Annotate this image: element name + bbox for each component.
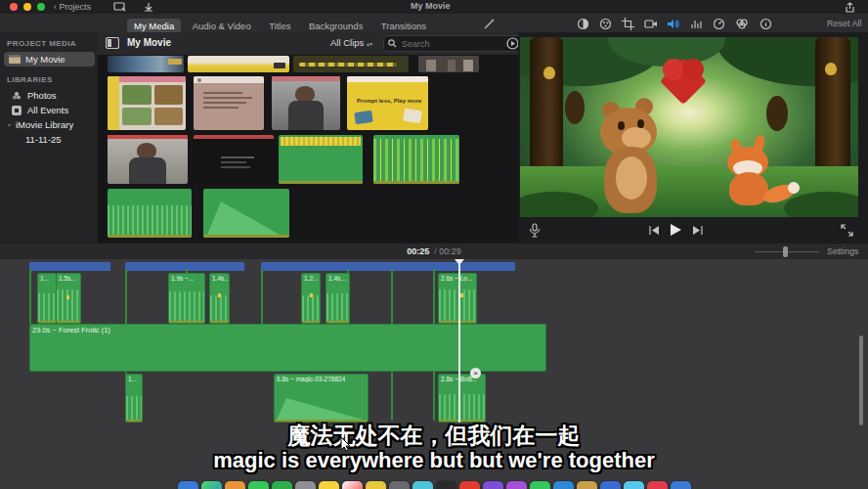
audio-clip[interactable]: 1.4s... — [326, 273, 350, 324]
timeline-scrollbar[interactable] — [859, 335, 863, 425]
clip-badge-icon[interactable]: × — [470, 368, 481, 378]
zoom-slider-knob[interactable] — [783, 246, 788, 257]
disclosure-triangle-icon[interactable]: ⌄ — [6, 119, 13, 128]
minimize-window-button[interactable] — [23, 3, 31, 11]
dock-app-icon[interactable] — [272, 481, 292, 489]
playhead[interactable] — [458, 259, 460, 422]
tree-face-right — [766, 96, 788, 131]
back-to-projects-button[interactable]: ‹ Projects — [54, 2, 91, 12]
dock-app-icon[interactable] — [483, 481, 503, 489]
dock-app-icon[interactable] — [459, 481, 480, 489]
clip-filter-dropdown[interactable]: All Clips ▴▾ — [330, 37, 372, 48]
media-thumbnail[interactable] — [108, 189, 192, 238]
audio-clip[interactable]: 1.9s ~... — [168, 273, 205, 324]
media-thumbnail[interactable] — [194, 135, 274, 184]
play-button[interactable] — [669, 223, 682, 237]
crop-icon[interactable] — [622, 18, 634, 30]
tab-titles[interactable]: Titles — [262, 19, 297, 33]
fox-body — [729, 172, 768, 205]
media-thumbnail[interactable]: Prompt less, Play more — [347, 76, 428, 130]
tree-face-left — [565, 91, 585, 124]
media-thumbnail[interactable] — [188, 56, 289, 72]
dock-app-icon[interactable] — [389, 481, 410, 489]
sidebar-item-photos[interactable]: Photos — [4, 89, 95, 103]
audio-clip[interactable]: 1.5s... — [56, 273, 81, 324]
noise-reduction-icon[interactable] — [690, 18, 703, 30]
audio-clip[interactable]: 2.8s ~ BoB... — [438, 374, 486, 422]
title-bar-clip[interactable] — [261, 262, 515, 271]
dock-app-icon[interactable] — [178, 481, 198, 489]
dock-app-icon[interactable] — [366, 481, 386, 489]
audio-clip[interactable]: 1.2... — [301, 273, 321, 324]
audio-clip[interactable]: 1.4s... — [209, 273, 230, 324]
close-window-button[interactable] — [10, 3, 18, 11]
zoom-window-button[interactable] — [37, 3, 45, 11]
audio-clip[interactable]: 1... — [125, 374, 143, 422]
volume-icon[interactable] — [667, 18, 680, 30]
dock-app-icon[interactable] — [201, 481, 222, 489]
audio-clip[interactable]: 6.8s ~ magic-03-278824 — [274, 374, 369, 422]
timeline-settings-button[interactable]: Settings — [827, 246, 859, 256]
fullscreen-icon[interactable] — [841, 224, 853, 237]
dock-app-icon[interactable] — [295, 481, 316, 489]
dock-app-icon[interactable] — [506, 481, 527, 489]
dock-app-icon[interactable] — [342, 481, 363, 489]
dock-app-icon[interactable] — [436, 481, 456, 489]
color-correction-icon[interactable] — [599, 18, 612, 30]
voiceover-mic-icon[interactable] — [528, 223, 542, 238]
import-media-icon[interactable] — [144, 2, 153, 12]
enhance-wand-icon[interactable] — [483, 18, 496, 30]
dock-app-icon[interactable] — [248, 481, 269, 489]
clip-filter-icon[interactable] — [735, 18, 749, 30]
skip-back-icon[interactable] — [648, 225, 660, 236]
dock-app-icon[interactable] — [553, 481, 574, 489]
dock-app-icon[interactable] — [412, 481, 433, 489]
skip-forward-icon[interactable] — [692, 225, 704, 236]
media-thumbnail[interactable] — [272, 76, 340, 130]
dock-app-icon[interactable] — [319, 481, 339, 489]
sidebar-item-label: iMovie Library — [16, 119, 73, 130]
share-icon[interactable] — [845, 2, 855, 13]
sidebar-toggle-icon[interactable] — [106, 37, 119, 49]
dock-app-icon[interactable] — [225, 481, 245, 489]
dock-app-icon[interactable] — [600, 481, 621, 489]
media-thumbnail[interactable] — [194, 76, 264, 130]
dock-app-icon[interactable] — [624, 481, 644, 489]
tab-audio-video[interactable]: Audio & Video — [186, 19, 258, 33]
dock-app-icon[interactable] — [671, 481, 691, 489]
dock-app-icon[interactable] — [647, 481, 668, 489]
time-current: 00:25 — [407, 246, 429, 256]
sidebar-item-all-events[interactable]: All Events — [4, 104, 95, 117]
audio-clip[interactable]: 2.6s ~ Lo... — [438, 273, 477, 324]
media-thumbnail[interactable] — [373, 135, 459, 184]
media-thumbnail[interactable] — [108, 135, 188, 184]
library-sidebar: PROJECT MEDIA My Movie LIBRARIES Photos … — [0, 32, 99, 243]
stabilization-icon[interactable] — [644, 18, 658, 30]
reset-all-button[interactable]: Reset All — [827, 19, 862, 28]
media-thumbnail[interactable] — [279, 135, 363, 184]
sidebar-item-event-date[interactable]: 11-11-25 — [4, 133, 95, 147]
media-thumbnail[interactable] — [418, 56, 479, 72]
preview-image — [520, 37, 858, 217]
tab-transitions[interactable]: Transitions — [374, 19, 433, 33]
color-balance-icon[interactable] — [577, 18, 589, 30]
speed-icon[interactable] — [713, 18, 725, 30]
audio-clip[interactable]: 1... — [37, 273, 57, 324]
media-thumbnail[interactable] — [108, 76, 186, 130]
music-clip[interactable]: 29.0s ~ Forest Frolic (1) — [29, 324, 546, 372]
dock-app-icon[interactable] — [577, 481, 597, 489]
title-bar-clip[interactable] — [125, 262, 244, 271]
playhead-handle[interactable] — [455, 259, 464, 265]
media-thumbnail[interactable] — [108, 56, 184, 72]
sidebar-item-my-movie[interactable]: My Movie — [4, 52, 95, 67]
tab-backgrounds[interactable]: Backgrounds — [302, 19, 369, 33]
title-bar-clip[interactable] — [29, 262, 110, 271]
tab-my-media[interactable]: My Media — [127, 19, 181, 33]
add-media-icon[interactable] — [113, 2, 126, 12]
subtitle-line-english: magic is everywhere but but we're togeth… — [0, 448, 868, 473]
dock-app-icon[interactable] — [530, 481, 550, 489]
media-thumbnail[interactable] — [203, 189, 289, 238]
sidebar-item-imovie-library[interactable]: ⌄ iMovie Library — [4, 118, 95, 132]
info-icon[interactable] — [760, 18, 772, 30]
media-thumbnail[interactable] — [293, 56, 409, 72]
